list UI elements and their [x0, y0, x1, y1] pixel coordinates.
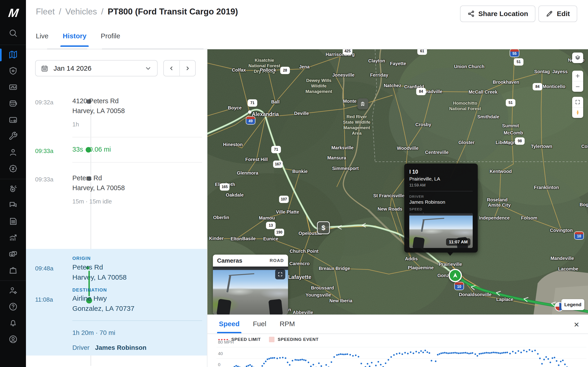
- sidebar-item-devices[interactable]: [0, 246, 26, 262]
- sidebar-item-tolls[interactable]: [0, 161, 26, 177]
- speed-scatter-plot: [208, 315, 588, 367]
- divider: [72, 137, 202, 137]
- sidebar-item-marketplace[interactable]: [0, 262, 26, 279]
- help-icon: [9, 302, 18, 312]
- search-icon: [9, 28, 18, 39]
- cameras-title: Cameras: [217, 257, 242, 264]
- chevron-right-icon: [184, 65, 190, 71]
- fuel-purchase-marker[interactable]: $: [317, 221, 330, 234]
- route-start-marker[interactable]: [248, 110, 251, 114]
- tab-history[interactable]: History: [63, 32, 86, 47]
- stop-duration: 15m · 15m idle: [72, 198, 112, 205]
- marketplace-bag-icon: [9, 266, 18, 276]
- map-canvas[interactable]: HarrisonburgClaytonJenaJonesvilleFerrida…: [208, 49, 588, 315]
- sidebar-item-search[interactable]: [0, 25, 26, 42]
- sidebar: M: [0, 0, 26, 367]
- fullscreen-icon: [575, 99, 580, 105]
- sidebar-item-cards[interactable]: [0, 112, 26, 128]
- breadcrumb-separator: /: [101, 7, 103, 17]
- share-location-button[interactable]: Share Location: [460, 6, 536, 22]
- sidebar-item-documents[interactable]: [0, 214, 26, 230]
- destination-time: 11:08a: [35, 296, 53, 303]
- fuel-nozzle-icon: [9, 184, 18, 194]
- sidebar-divider: [0, 179, 26, 179]
- page-title: PT800 (Ford Transit Cargo 2019): [108, 7, 238, 17]
- legend-button[interactable]: Legend: [561, 299, 584, 310]
- sidebar-item-safety[interactable]: [0, 63, 26, 79]
- popup-speed-label: SPEED: [409, 207, 473, 211]
- edit-button[interactable]: Edit: [538, 6, 577, 22]
- edit-label: Edit: [557, 10, 570, 18]
- timeline: 09:32a 4120 Peters RdHarvey, LA 70058 1h…: [26, 86, 208, 367]
- drivers-person-icon: [9, 148, 18, 158]
- sidebar-item-help[interactable]: [0, 299, 26, 315]
- documents-icon: [9, 217, 18, 227]
- stop-time: 09:33a: [35, 176, 53, 183]
- sidebar-item-fuel[interactable]: [0, 181, 26, 197]
- sidebar-item-account[interactable]: [0, 332, 26, 348]
- admin-person-gear-icon: [9, 286, 18, 296]
- map-layers-button[interactable]: [572, 52, 583, 63]
- layers-icon: [575, 55, 580, 60]
- map-fullscreen-button[interactable]: [572, 97, 583, 107]
- map-event-marker[interactable]: [357, 98, 368, 109]
- camera-feed[interactable]: [213, 267, 288, 315]
- sidebar-item-admin[interactable]: [0, 283, 26, 299]
- header: Fleet / Vehicles / PT800 (Ford Transit C…: [26, 0, 588, 49]
- navigation-arrow-icon: [451, 272, 459, 279]
- shield-safety-icon: [9, 66, 18, 76]
- folded-map-icon: [360, 101, 366, 107]
- timeline-trip-selected[interactable]: ORIGIN 09:48a Peters RdHarvey, LA 70058 …: [26, 249, 208, 356]
- next-day-button[interactable]: [180, 60, 195, 76]
- date-value: Jan 14 2026: [53, 65, 144, 72]
- date-picker[interactable]: Jan 14 2026: [35, 60, 157, 76]
- sidebar-divider: [0, 281, 26, 281]
- sidebar-item-map[interactable]: [0, 47, 26, 63]
- chevron-left-icon: [169, 65, 174, 71]
- popup-driver-value: James Robinson: [409, 199, 473, 205]
- drive-time: 09:33a: [35, 148, 53, 155]
- pegman-icon: [575, 110, 580, 116]
- divider-segment: [47, 49, 87, 49]
- divider: [409, 191, 473, 191]
- camera-timestamp: 11:07 AM: [446, 238, 470, 246]
- popup-road: I 10: [409, 168, 473, 175]
- origin-label: ORIGIN: [72, 256, 91, 261]
- vehicle-position-marker[interactable]: [449, 269, 462, 282]
- sidebar-item-dispatch[interactable]: [0, 96, 26, 112]
- fleet-app: M: [0, 0, 588, 367]
- divider-segment: [102, 49, 204, 49]
- divider: [72, 162, 202, 163]
- compass-badge-icon: [9, 164, 18, 174]
- street-view-button[interactable]: [572, 107, 583, 118]
- zoom-out-button[interactable]: [572, 81, 583, 92]
- sidebar-item-drivers[interactable]: [0, 144, 26, 161]
- divider: [72, 320, 202, 321]
- breadcrumb-vehicles[interactable]: Vehicles: [65, 7, 97, 17]
- vehicle-popup: I 10 Prairieville, LA 11:59 AM DRIVER Ja…: [404, 164, 478, 252]
- popup-city: Prairieville, LA: [409, 175, 473, 182]
- breadcrumb-fleet[interactable]: Fleet: [36, 7, 55, 17]
- stop-address: Peters RdHarvey, LA 70058: [72, 173, 125, 193]
- minus-icon: [575, 84, 580, 90]
- popup-time: 11:59 AM: [409, 182, 473, 188]
- sidebar-item-notifications[interactable]: [0, 315, 26, 332]
- sidebar-item-reports[interactable]: [0, 230, 26, 246]
- tab-live[interactable]: Live: [36, 32, 48, 47]
- sidebar-item-maintenance[interactable]: [0, 128, 26, 144]
- popup-camera-thumbnail[interactable]: 11:07 AM: [409, 213, 473, 248]
- expand-camera-button[interactable]: [275, 269, 285, 279]
- telemetry-chart-panel: Speed Fuel RPM ✕ SPEED LIMIT SPEEDING EV…: [208, 315, 588, 367]
- drive-summary: 33s · 0.06 mi: [72, 144, 111, 154]
- fuel-card-icon: [9, 115, 18, 125]
- maintenance-wrench-icon: [9, 131, 18, 142]
- sidebar-item-messages[interactable]: [0, 197, 26, 214]
- breadcrumb: Fleet / Vehicles / PT800 (Ford Transit C…: [36, 7, 238, 17]
- sidebar-item-dashcam[interactable]: [0, 79, 26, 96]
- zoom-in-button[interactable]: [572, 71, 583, 81]
- origin-time: 09:48a: [35, 265, 53, 272]
- stop-address: 4120 Peters RdHarvey, LA 70058: [72, 96, 125, 116]
- tab-profile[interactable]: Profile: [101, 32, 120, 47]
- prev-day-button[interactable]: [164, 60, 180, 76]
- date-row: Jan 14 2026: [35, 60, 196, 76]
